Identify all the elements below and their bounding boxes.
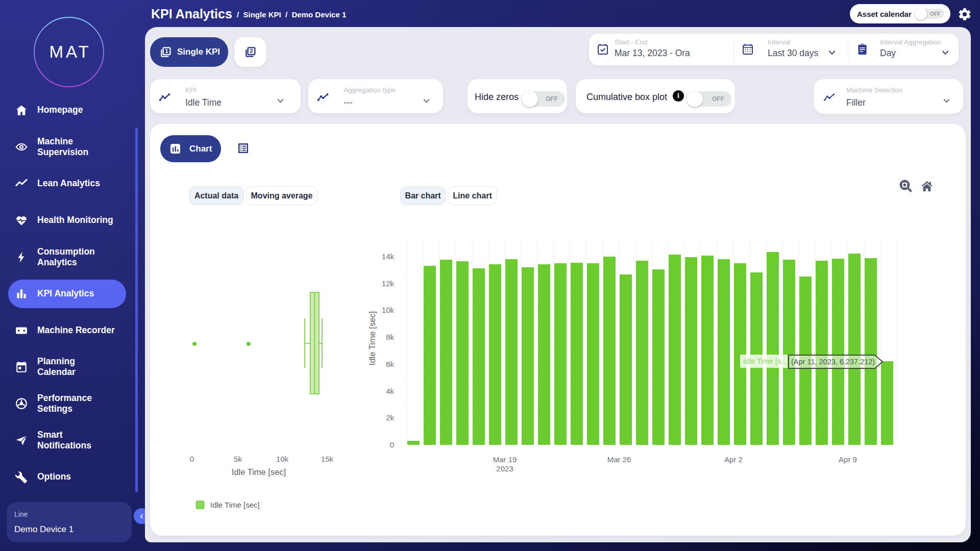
svg-text:Idle Time [sec]: Idle Time [sec] [232, 467, 286, 477]
svg-text:10k: 10k [276, 455, 289, 463]
svg-text:2023: 2023 [496, 464, 513, 473]
svg-text:(Apr 11, 2023, 6,237.212): (Apr 11, 2023, 6,237.212) [791, 358, 875, 366]
svg-text:2: 2 [250, 48, 253, 54]
svg-text:8k: 8k [386, 333, 394, 341]
svg-text:5k: 5k [234, 455, 242, 463]
svg-text:15k: 15k [321, 455, 334, 463]
svg-text:0: 0 [390, 440, 394, 449]
svg-text:14k: 14k [382, 252, 395, 261]
svg-text:Mar 19: Mar 19 [493, 455, 517, 464]
svg-text:4k: 4k [386, 387, 394, 395]
svg-text:Idle Time [sec]: Idle Time [sec] [368, 311, 377, 365]
svg-text:Idle Time [s...: Idle Time [s... [743, 357, 787, 365]
svg-text:12k: 12k [382, 279, 395, 288]
svg-text:10k: 10k [382, 306, 395, 314]
svg-text:6k: 6k [386, 360, 394, 368]
svg-text:Mar 26: Mar 26 [607, 455, 631, 464]
svg-text:1: 1 [165, 48, 168, 54]
svg-text:0: 0 [190, 455, 194, 463]
svg-text:2k: 2k [386, 413, 394, 422]
svg-text:Apr 2: Apr 2 [724, 455, 743, 464]
svg-text:Idle Time [sec]: Idle Time [sec] [210, 500, 260, 509]
svg-text:Apr 9: Apr 9 [839, 455, 857, 464]
